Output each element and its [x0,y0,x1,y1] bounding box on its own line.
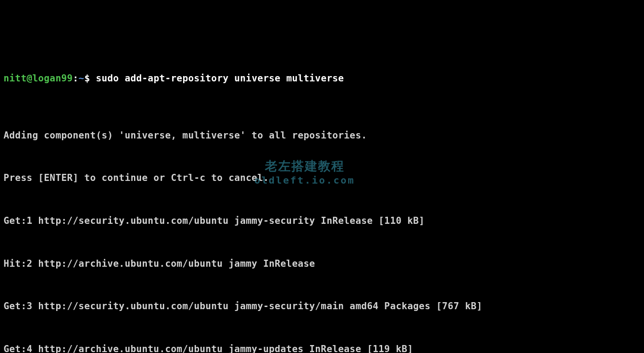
prompt-at: @ [27,73,32,84]
prompt-user: nitt [4,73,27,84]
output-line: Hit:2 http://archive.ubuntu.com/ubuntu j… [4,257,640,271]
output-line: Get:4 http://archive.ubuntu.com/ubuntu j… [4,342,640,353]
prompt-colon: : [73,73,79,84]
terminal[interactable]: 老左搭建教程 oldleft.io.com nitt@logan99:~$ su… [0,0,644,353]
command-text: sudo add-apt-repository universe multive… [96,73,344,84]
output-line: Get:1 http://security.ubuntu.com/ubuntu … [4,214,640,228]
output-line: Get:3 http://security.ubuntu.com/ubuntu … [4,299,640,313]
prompt-dollar: $ [84,73,96,84]
prompt-host: logan99 [32,73,73,84]
output-line: Press [ENTER] to continue or Ctrl-c to c… [4,171,640,185]
output-line: Adding component(s) 'universe, multivers… [4,128,640,142]
prompt-path: ~ [79,73,84,84]
prompt-line-1: nitt@logan99:~$ sudo add-apt-repository … [4,71,640,85]
